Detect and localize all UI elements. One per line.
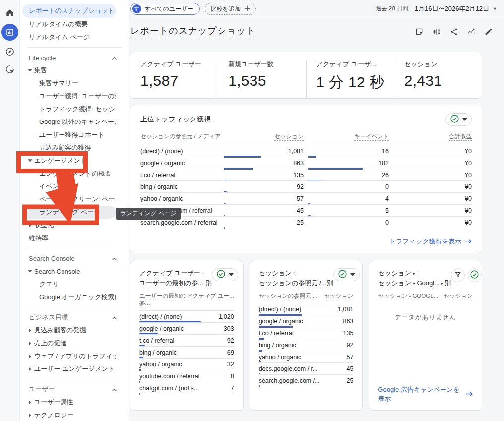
view-traffic-acquisition-link[interactable]: トラフィック獲得を表示 <box>389 237 472 246</box>
sidebar-item[interactable]: 見込み顧客の獲得 <box>22 141 116 154</box>
mini-card-title[interactable]: アクティブ ユーザー :ユーザーの最初の参... 別 <box>139 268 212 288</box>
table-row[interactable]: t.co / referral13526¥0 <box>140 169 472 180</box>
table-row[interactable]: yahoo / organic574¥0 <box>140 192 472 204</box>
table-row[interactable]: google / organic303 <box>139 322 234 334</box>
sidebar-item[interactable]: ユーザー獲得: ユーザーの最... <box>22 90 116 103</box>
sidebar-section-header[interactable]: ビジネス目標 <box>20 311 129 324</box>
sidebar-item-label: 収益化 <box>34 221 54 230</box>
note-button[interactable] <box>414 26 425 39</box>
filter-button[interactable] <box>451 268 465 282</box>
column-header[interactable]: アクティブ ユー... <box>187 293 234 300</box>
table-row[interactable]: youtube.com / referral8 <box>139 370 234 382</box>
sidebar-item[interactable]: エンゲージメントの概要 <box>22 167 116 180</box>
column-header[interactable]: 合計収益 <box>389 133 472 140</box>
table-row[interactable]: (direct) / (none)1,08116¥0 <box>140 145 472 157</box>
sidebar-item[interactable]: ウェブ / アプリのトラフィック... <box>22 350 116 362</box>
advertising-nav-button[interactable] <box>1 62 18 76</box>
link-label: Google 広告キャンペーンを表示 <box>378 385 462 403</box>
share-button[interactable] <box>448 26 459 39</box>
caret-right-icon[interactable] <box>25 367 34 371</box>
table-row[interactable]: search.google.com /...25 <box>259 374 354 386</box>
reports-icon <box>5 28 14 37</box>
sidebar-item[interactable]: 見込み顧客の発掘 <box>22 324 116 337</box>
audience-chip[interactable]: す すべてのユーザー <box>130 3 200 15</box>
sidebar-item[interactable]: ユーザー獲得コホート <box>22 128 116 141</box>
date-range-picker[interactable]: 過去 28 日間 1月16日〜2026年2月12日 ▼ <box>373 4 497 13</box>
column-header[interactable]: セッション <box>324 293 353 300</box>
sidebar-section-label: Search Console <box>29 255 75 262</box>
sidebar-item[interactable]: ランディング ページ <box>22 206 116 219</box>
table-row[interactable]: bing / organic69 <box>139 346 234 358</box>
sidebar-item[interactable]: クエリ <box>22 278 116 291</box>
view-google-ads-link[interactable]: Google 広告キャンペーンを表示 <box>378 385 473 403</box>
comparison-button[interactable] <box>431 26 442 39</box>
table-row[interactable]: google / organic863102¥0 <box>140 157 472 169</box>
table-row[interactable]: docs.google.com / r...45 <box>259 362 354 374</box>
caret-right-icon[interactable] <box>25 354 34 359</box>
caret-down-icon[interactable] <box>25 69 34 72</box>
caret-right-icon[interactable] <box>25 328 34 333</box>
chart-selector-button[interactable] <box>333 268 360 281</box>
sidebar-item[interactable]: トラフィック獲得: セッショ... <box>22 103 116 116</box>
insights-button[interactable] <box>466 26 477 39</box>
metric-cell: 57 <box>346 354 353 361</box>
sidebar-item[interactable]: 集客 <box>22 64 116 77</box>
column-header[interactable]: キーイベント <box>304 133 389 140</box>
chart-selector-button[interactable] <box>445 113 472 126</box>
table-row[interactable]: t.co / referral92 <box>139 334 234 346</box>
table-row[interactable]: t.co / referral135 <box>259 327 354 339</box>
sidebar-section-header[interactable]: ユーザー <box>20 383 129 396</box>
sidebar-item[interactable]: ユーザー エンゲージメントと... <box>22 362 116 375</box>
table-row[interactable]: docs.google.com / referral455¥0 <box>140 204 472 216</box>
sidebar-item[interactable]: リアルタイムの概要 <box>22 18 116 31</box>
explore-nav-button[interactable] <box>1 45 18 59</box>
reports-nav-button[interactable] <box>1 24 18 41</box>
sidebar-item[interactable]: ユーザー属性 <box>22 396 116 409</box>
sidebar-section-header[interactable]: Life cycle <box>20 51 129 64</box>
caret-down-icon[interactable] <box>25 270 34 273</box>
tooltip: ランディング ページ <box>116 208 181 220</box>
table-row[interactable]: search.google.com / referral250¥0 <box>140 216 472 228</box>
table-row[interactable]: chatgpt.com / (not s...7 <box>139 382 234 394</box>
table-row[interactable]: (direct) / (none)1,081 <box>259 303 354 315</box>
column-header[interactable]: ユーザーの最初の参... <box>139 293 186 307</box>
caret-right-icon[interactable] <box>25 413 34 418</box>
home-nav-button[interactable] <box>1 6 18 20</box>
sidebar-item[interactable]: 維持率 <box>22 232 116 244</box>
sidebar-item[interactable]: Search Console <box>22 265 116 278</box>
caret-down-icon[interactable] <box>25 159 34 162</box>
sidebar-item[interactable]: ページとスクリーン: ページ... <box>22 193 116 206</box>
caret-right-icon[interactable] <box>25 400 34 405</box>
sidebar-item[interactable]: エンゲージメント <box>22 154 116 167</box>
table-row[interactable]: bing / organic92 <box>259 339 354 351</box>
sidebar-section-header[interactable]: Search Console <box>20 252 129 265</box>
table-row[interactable]: yahoo / organic57 <box>259 351 354 362</box>
sidebar-item[interactable]: テクノロジー <box>22 409 116 421</box>
sidebar-item[interactable]: 売上の促進 <box>22 337 116 350</box>
chevron-up-icon <box>112 314 117 321</box>
table-row[interactable]: (direct) / (none)1,020 <box>139 310 234 322</box>
column-header[interactable]: セッション - GOOGL... <box>378 293 438 300</box>
sidebar-item[interactable]: 集客サマリー <box>22 77 116 90</box>
sidebar-item[interactable]: レポートのスナップショット <box>22 4 116 18</box>
sidebar-item[interactable]: Google オーガニック検索レ... <box>22 291 116 303</box>
column-header[interactable]: セッションの参照元 ... <box>259 293 317 300</box>
sidebar-item[interactable]: 収益化 <box>22 219 116 232</box>
table-row[interactable]: google / organic863 <box>259 315 354 327</box>
caret-right-icon[interactable] <box>25 223 34 228</box>
column-header[interactable]: セッション <box>443 293 473 300</box>
sidebar-item[interactable]: Google 以外のキャンペーン <box>22 116 116 128</box>
check-button[interactable] <box>468 268 482 282</box>
sidebar-item[interactable]: イベント <box>22 180 116 193</box>
mini-card-title[interactable]: セッション▼ :セッション - Googl...▼別 <box>378 268 451 288</box>
table-row[interactable]: bing / organic920¥0 <box>140 180 472 192</box>
sidebar-item[interactable]: リアルタイム ページ <box>22 31 116 44</box>
column-header[interactable]: セッションの参照元 / メディア <box>140 133 239 140</box>
column-header[interactable]: セッション <box>239 133 304 140</box>
table-row[interactable]: yahoo / organic32 <box>139 358 234 370</box>
add-comparison-button[interactable]: 比較を追加 <box>205 3 256 15</box>
edit-button[interactable] <box>483 26 494 39</box>
mini-card-title[interactable]: セッション :セッションの参照元 /...別 <box>259 268 333 288</box>
chart-selector-button[interactable] <box>212 268 238 281</box>
caret-right-icon[interactable] <box>25 341 34 346</box>
